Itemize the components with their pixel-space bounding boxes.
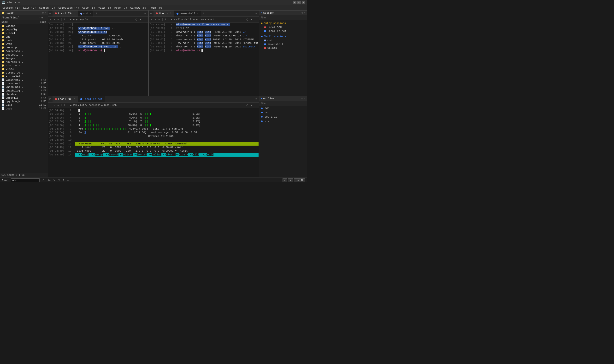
- outline-item[interactable]: ...: [259, 119, 307, 123]
- session-item-ubuntu[interactable]: Ubuntu: [259, 46, 307, 50]
- dropdown-btn[interactable]: ▾: [250, 104, 253, 107]
- tab-add-button[interactable]: +: [94, 11, 99, 16]
- filer-refresh-icon[interactable]: ↺: [41, 16, 43, 19]
- menu-item[interactable]: Selection (4): [57, 6, 80, 10]
- dropdown-btn[interactable]: ▾: [139, 18, 142, 21]
- filer-close-icon[interactable]: ×: [45, 12, 46, 14]
- split-left-icon[interactable]: ⊞: [48, 11, 53, 16]
- filer-item[interactable]: 📄.profile1 KB: [0, 96, 48, 100]
- filer-item[interactable]: 📁vim-7.4.1...: [0, 64, 48, 67]
- expand-btn[interactable]: ⬡: [245, 18, 250, 21]
- split-v-btn[interactable]: ⊞: [53, 104, 56, 107]
- split-btn[interactable]: ⊟: [150, 18, 153, 21]
- session-item-cmd[interactable]: cmd: [259, 39, 307, 42]
- filer-item[interactable]: 📁vttest-20...: [0, 71, 48, 75]
- info-btn[interactable]: ℹ: [164, 18, 167, 21]
- filer-item[interactable]: 📁Screensho...: [0, 49, 48, 53]
- session-item-local-telnet[interactable]: Local Telnet: [259, 29, 307, 33]
- split-btn[interactable]: ⊟: [49, 104, 52, 107]
- filer-up-icon[interactable]: ↑: [39, 16, 41, 19]
- filer-item[interactable]: 📄.bash_log...1 KB: [0, 89, 48, 92]
- filer-settings-icon[interactable]: ⚙: [42, 11, 44, 14]
- tab-close-icon[interactable]: ×: [170, 12, 171, 15]
- tab-cmd[interactable]: cmd ×: [78, 11, 94, 16]
- tab-local-telnet[interactable]: Local Telnet: [78, 96, 105, 102]
- expand-btn[interactable]: ⬡: [134, 18, 138, 21]
- menu-item[interactable]: View (6): [97, 6, 112, 10]
- split-bottom-icon[interactable]: ⊞: [48, 97, 53, 102]
- menu-item[interactable]: Mode (7): [113, 6, 128, 10]
- info-btn[interactable]: ℹ: [63, 104, 66, 107]
- close-button[interactable]: ×: [302, 1, 305, 4]
- menu-item[interactable]: Window (8): [129, 6, 148, 10]
- find-box-icon[interactable]: □: [57, 179, 61, 182]
- filer-item[interactable]: 📁Desktop: [0, 46, 48, 49]
- filer-item[interactable]: 📁ncurses-6...: [0, 60, 48, 64]
- outline-settings-icon[interactable]: ⚙: [302, 97, 303, 100]
- split-h-btn[interactable]: ⊠: [56, 18, 60, 21]
- tab-close-icon[interactable]: ×: [74, 12, 75, 15]
- tab-close-icon[interactable]: ×: [197, 12, 198, 15]
- filer-item[interactable]: 📁.cache: [0, 24, 48, 28]
- find-input[interactable]: [11, 178, 40, 182]
- tab-local-ssh-bottom[interactable]: Local SSH ×: [53, 96, 78, 102]
- tab-ubuntu[interactable]: Ubuntu ×: [154, 11, 174, 16]
- find-regex-icon[interactable]: .*: [41, 179, 46, 182]
- tab-powershell[interactable]: powershell ×: [174, 11, 201, 16]
- filer-item[interactable]: 📁.ssh: [0, 39, 48, 42]
- find-word-icon[interactable]: W: [53, 179, 56, 182]
- bottom-terminal-content[interactable]: [05:34:49]2 [05:35:06]3 1 [|||| 6.6%] 5 …: [48, 108, 259, 177]
- menu-item[interactable]: Goto (5): [81, 6, 97, 10]
- tab-menu-button[interactable]: ≡: [142, 11, 148, 16]
- filer-item[interactable]: 📄.sua12 KB: [0, 103, 48, 107]
- filer-item[interactable]: 📁images: [0, 56, 48, 60]
- split-right-icon[interactable]: ⊞: [149, 11, 154, 16]
- filer-item[interactable]: 📁.config: [0, 28, 48, 31]
- split-h-btn[interactable]: ⊠: [158, 18, 161, 21]
- find-all-button[interactable]: Find All: [294, 178, 305, 182]
- tab-local-ssh-top[interactable]: Local SSH ×: [53, 11, 78, 16]
- filer-item[interactable]: 📁.local: [0, 31, 48, 35]
- session-filter-input[interactable]: [261, 16, 306, 19]
- split-btn[interactable]: ⊟: [49, 18, 52, 21]
- tab-menu-button[interactable]: ≡: [253, 97, 259, 102]
- split-v-btn[interactable]: ⊞: [154, 18, 157, 21]
- session-item-local-ssh[interactable]: Local SSH: [259, 25, 307, 29]
- filer-item[interactable]: 📁xterm-348: [0, 75, 48, 78]
- filer-item[interactable]: 📄.bash_his...43 KB: [0, 85, 48, 89]
- menu-item[interactable]: Search (3): [38, 6, 56, 10]
- find-case-icon[interactable]: Aa: [46, 179, 52, 182]
- info-btn[interactable]: ℹ: [63, 18, 66, 21]
- tab-menu-button[interactable]: ≡: [253, 11, 259, 16]
- session-settings-icon[interactable]: ⚙: [302, 11, 303, 14]
- outline-item[interactable]: seq 1 10: [259, 115, 307, 119]
- filer-item[interactable]: 📁vim74: [0, 67, 48, 71]
- find-next-button[interactable]: >: [288, 178, 293, 182]
- minimize-button[interactable]: −: [293, 1, 296, 4]
- split-h-btn[interactable]: ⊠: [56, 104, 60, 107]
- filer-item[interactable]: 📄.Xauthori...1 KB: [0, 78, 48, 82]
- menu-item[interactable]: Session (1): [1, 6, 21, 10]
- filer-item[interactable]: 📄.bashrc4 KB: [0, 92, 48, 96]
- outline-item[interactable]: ps: [259, 110, 307, 115]
- filer-item[interactable]: 📁esctest2-...: [0, 53, 48, 56]
- menu-item[interactable]: Help (0): [148, 6, 164, 10]
- session-item-powershell[interactable]: powershell: [259, 42, 307, 46]
- filer-item[interactable]: 📁.vim: [0, 42, 48, 46]
- tab-add-button[interactable]: +: [201, 11, 207, 16]
- menu-item[interactable]: Edit (2): [22, 6, 37, 10]
- filer-menu-icon[interactable]: ⋮: [44, 16, 46, 19]
- filer-item[interactable]: 📄.sub12 KB: [0, 107, 48, 110]
- split-v-btn[interactable]: ⊞: [53, 18, 56, 21]
- outline-close-icon[interactable]: ×: [304, 97, 306, 100]
- top-left-terminal[interactable]: [05:28:58]1▌ ...[05:29:12]21▌ wind@ONEBO…: [48, 23, 148, 96]
- more-btn[interactable]: ⋮: [143, 18, 147, 21]
- find-expand-icon[interactable]: ↔: [66, 179, 70, 182]
- dropdown-btn[interactable]: ▾: [250, 18, 253, 21]
- tab-close-icon[interactable]: ×: [89, 12, 91, 15]
- more-btn[interactable]: ⋮: [254, 18, 258, 21]
- tab-add-button[interactable]: +: [105, 97, 111, 102]
- filer-item[interactable]: 📄.python_h...1 KB: [0, 100, 48, 103]
- expand-btn[interactable]: ⬡: [245, 104, 250, 107]
- top-right-terminal[interactable]: [05:33:59]1 wind@ONEBOOK:~$ ll esctest2-…: [149, 23, 259, 96]
